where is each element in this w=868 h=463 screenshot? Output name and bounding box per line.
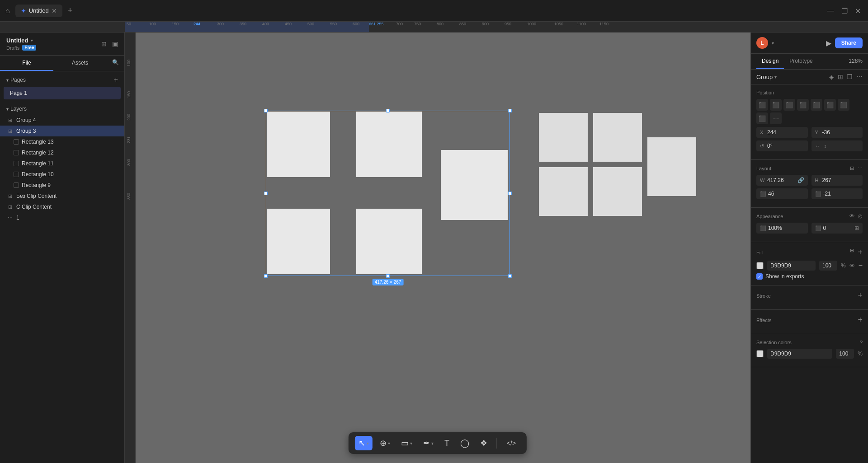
handle-bl[interactable] xyxy=(264,274,268,278)
comment-tool[interactable]: ◯ xyxy=(457,436,473,450)
layer-rect12[interactable]: Rectangle 12 xyxy=(0,147,124,158)
layer-rect11[interactable]: Rectangle 11 xyxy=(0,158,124,169)
auto-layout-icon[interactable]: ⊞ xyxy=(838,73,843,80)
pen-tool[interactable]: ✒ ▾ xyxy=(420,436,437,450)
rotation-field[interactable]: ↺ 0° xyxy=(756,140,808,151)
distribute-h[interactable]: ⬛ xyxy=(838,99,849,111)
gap-y-field[interactable]: ⬛ -21 xyxy=(811,188,863,199)
add-fill-button[interactable]: + xyxy=(858,248,863,257)
corner-more-icon[interactable]: ⊞ xyxy=(854,225,859,231)
handle-bc[interactable] xyxy=(386,274,390,278)
rect10-checkbox[interactable] xyxy=(14,172,19,177)
layer-c-clip[interactable]: ⊞ C Clip Content xyxy=(0,201,124,212)
handle-br[interactable] xyxy=(508,274,512,278)
rect13-checkbox[interactable] xyxy=(14,139,19,145)
visibility-icon[interactable]: 👁 xyxy=(849,213,854,219)
align-top[interactable]: ⬛ xyxy=(797,99,809,111)
close-window-icon[interactable]: ✕ xyxy=(855,6,861,15)
project-name-caret[interactable]: ▾ xyxy=(31,38,33,43)
y-field[interactable]: Y -36 xyxy=(811,127,863,138)
selection-colors-help[interactable]: ? xyxy=(860,340,863,345)
opacity-field[interactable]: ⬛ 100% xyxy=(756,223,808,234)
more-actions-icon[interactable]: ⋯ xyxy=(856,73,863,80)
layer-rect13[interactable]: Rectangle 13 xyxy=(0,136,124,147)
handle-mr[interactable] xyxy=(508,192,512,195)
layout-more-icon[interactable]: ⋯ xyxy=(858,165,863,171)
canvas-area[interactable]: 100 150 200 231 300 350 xyxy=(125,33,750,463)
group-dropdown-icon[interactable]: ▾ xyxy=(774,75,777,80)
fill-visibility-icon[interactable]: 👁 xyxy=(849,262,855,269)
current-tab[interactable]: ✦ Untitled ✕ xyxy=(15,5,62,17)
selection-color-swatch[interactable] xyxy=(756,350,764,357)
add-tab-icon[interactable]: + xyxy=(68,6,73,15)
page-1-item[interactable]: Page 1 xyxy=(4,87,121,99)
rect-2[interactable] xyxy=(356,112,422,177)
user-avatar[interactable]: L xyxy=(756,37,768,49)
rect-4[interactable] xyxy=(267,209,330,274)
selection-color-value[interactable]: D9D9D9 xyxy=(767,349,832,359)
add-page-button[interactable]: + xyxy=(114,76,118,84)
lock-ratio-icon[interactable]: 🔗 xyxy=(797,177,804,183)
project-name[interactable]: Untitled xyxy=(6,37,28,44)
layers-caret[interactable]: ▾ xyxy=(6,107,9,112)
layout-grid-icon[interactable]: ⊞ xyxy=(850,165,854,171)
show-exports-checkbox[interactable]: ✓ xyxy=(756,273,763,280)
layer-1[interactable]: ⋯ 1 xyxy=(0,212,124,223)
text-tool[interactable]: T xyxy=(441,436,453,450)
shape-tool[interactable]: ▭ ▾ xyxy=(397,436,416,450)
selection-opacity-value[interactable]: 100 xyxy=(836,349,854,359)
align-left[interactable]: ⬛ xyxy=(756,99,768,111)
nav-assets[interactable]: Assets xyxy=(53,56,107,71)
fill-remove-button[interactable]: − xyxy=(859,262,863,270)
align-center-h[interactable]: ⬛ xyxy=(770,99,782,111)
fill-color-swatch[interactable] xyxy=(756,262,764,269)
rect-3[interactable] xyxy=(441,150,508,220)
maximize-icon[interactable]: ❐ xyxy=(841,6,848,15)
x-field[interactable]: X 244 xyxy=(756,127,808,138)
paste-here-icon[interactable]: ❐ xyxy=(847,73,853,80)
rect12-checkbox[interactable] xyxy=(14,150,19,155)
share-button[interactable]: Share xyxy=(835,37,863,48)
fill-style-icon[interactable]: ⊞ xyxy=(850,248,854,257)
home-icon[interactable]: ⌂ xyxy=(5,7,10,15)
minimize-icon[interactable]: — xyxy=(827,7,834,15)
align-bottom[interactable]: ⬛ xyxy=(824,99,836,111)
user-caret[interactable]: ▾ xyxy=(772,41,774,46)
rect-1[interactable] xyxy=(267,112,330,177)
handle-ml[interactable] xyxy=(264,192,268,195)
close-icon[interactable]: ✕ xyxy=(52,7,57,14)
tab-design[interactable]: Design xyxy=(756,54,784,69)
align-center-v[interactable]: ⬛ xyxy=(811,99,822,111)
rect11-checkbox[interactable] xyxy=(14,161,19,166)
nav-file[interactable]: File xyxy=(0,56,53,71)
add-stroke-button[interactable]: + xyxy=(858,291,863,300)
w-field[interactable]: W 417.26 🔗 xyxy=(756,175,808,186)
layer-group4[interactable]: ⊞ Group 4 xyxy=(0,115,124,126)
distribute-v[interactable]: ⬛ xyxy=(756,112,768,124)
align-more[interactable]: ⋯ xyxy=(770,112,782,124)
toggle-sidebar-icon[interactable]: ▣ xyxy=(112,40,118,47)
frame-tool[interactable]: ⊕ ▾ xyxy=(376,436,394,450)
code-tool[interactable]: </> xyxy=(502,437,520,449)
corner-field[interactable]: ⬛ 0 ⊞ xyxy=(811,223,863,234)
layer-bez-clip[interactable]: ⊞ Без Clip Content xyxy=(0,191,124,201)
tab-prototype[interactable]: Prototype xyxy=(784,54,818,69)
fill-color-value[interactable]: D9D9D9 xyxy=(767,261,816,271)
play-button[interactable]: ▶ xyxy=(826,39,831,47)
layer-group3[interactable]: ⊞ Group 3 xyxy=(0,126,124,136)
handle-tr[interactable] xyxy=(508,109,512,112)
fill-opacity-value[interactable]: 100 xyxy=(819,261,837,271)
gap-x-field[interactable]: ⬛ 46 xyxy=(756,188,808,199)
component-action-icon[interactable]: ◈ xyxy=(829,73,834,80)
rect-5[interactable] xyxy=(356,209,422,274)
rect9-checkbox[interactable] xyxy=(14,182,19,188)
align-right[interactable]: ⬛ xyxy=(783,99,795,111)
fill-icon[interactable]: ◎ xyxy=(858,213,863,219)
select-tool[interactable]: ↖ ▾ xyxy=(355,436,373,450)
layer-rect9[interactable]: Rectangle 9 xyxy=(0,180,124,191)
layer-rect10[interactable]: Rectangle 10 xyxy=(0,169,124,180)
component-tool[interactable]: ❖ xyxy=(476,436,491,450)
h-field[interactable]: H 267 xyxy=(811,175,863,186)
flip-field[interactable]: ↔ ↕ xyxy=(811,140,863,151)
pages-caret[interactable]: ▾ xyxy=(6,78,9,83)
